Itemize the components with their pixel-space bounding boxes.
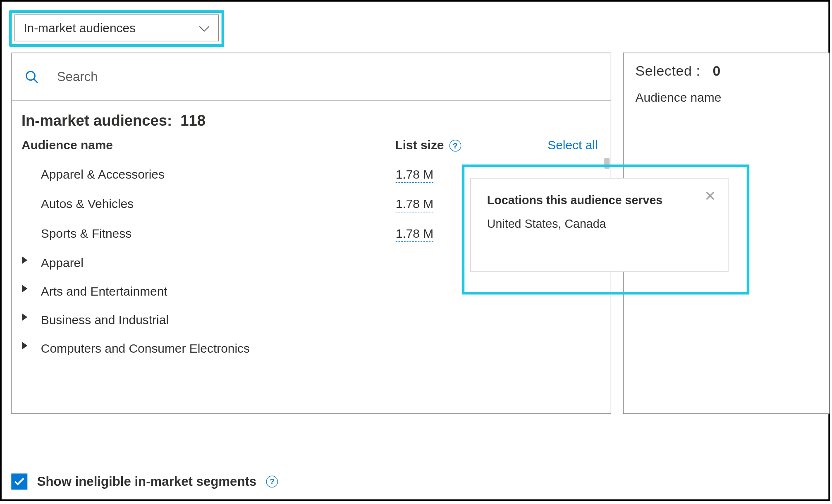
- select-all-link[interactable]: Select all: [547, 138, 598, 153]
- audience-row[interactable]: Arts and Entertainment: [22, 277, 601, 306]
- help-icon[interactable]: ?: [266, 476, 278, 488]
- column-header-size: List size ?: [395, 138, 470, 153]
- locations-tooltip: ✕ Locations this audience serves United …: [471, 178, 729, 272]
- audience-row[interactable]: Computers and Consumer Electronics: [22, 334, 601, 363]
- search-row: [12, 53, 611, 100]
- svg-point-0: [26, 71, 35, 80]
- audience-row[interactable]: Business and Industrial: [22, 306, 601, 334]
- tooltip-body: United States, Canada: [487, 217, 712, 231]
- list-title-prefix: In-market audiences:: [22, 112, 172, 129]
- tooltip-title: Locations this audience serves: [487, 193, 712, 208]
- selected-label: Selected :: [636, 63, 701, 79]
- column-header-name: Audience name: [22, 138, 395, 153]
- audience-type-selected: In-market audiences: [24, 21, 136, 35]
- expand-icon[interactable]: [22, 256, 41, 265]
- show-ineligible-label: Show ineligible in-market segments: [37, 474, 257, 489]
- scrollbar-thumb[interactable]: [604, 158, 610, 169]
- audience-name: Autos & Vehicles: [41, 197, 396, 211]
- expand-icon[interactable]: [22, 313, 41, 322]
- list-size-value[interactable]: 1.78 M: [396, 167, 433, 183]
- selected-count: 0: [713, 63, 721, 79]
- expand-icon[interactable]: [22, 342, 41, 350]
- audience-name: Apparel & Accessories: [41, 167, 396, 182]
- selected-column-header: Audience name: [636, 90, 830, 105]
- audience-type-dropdown[interactable]: In-market audiences: [14, 14, 219, 41]
- close-icon[interactable]: ✕: [704, 189, 716, 203]
- search-input[interactable]: [57, 69, 611, 84]
- audience-name: Computers and Consumer Electronics: [41, 342, 396, 356]
- audience-picker-panel: In-market audiences In-market audiences:…: [0, 0, 830, 501]
- chevron-down-icon: [199, 21, 210, 35]
- list-size-value[interactable]: 1.78 M: [396, 197, 433, 213]
- list-count-line: In-market audiences: 118: [22, 112, 598, 130]
- audience-name: Business and Industrial: [41, 313, 396, 327]
- audience-name: Arts and Entertainment: [41, 284, 396, 299]
- list-header: In-market audiences: 118 Audience name L…: [12, 100, 611, 156]
- search-icon: [25, 69, 39, 84]
- show-ineligible-checkbox[interactable]: [11, 473, 27, 490]
- svg-line-1: [34, 79, 38, 82]
- list-size-value[interactable]: 1.78 M: [396, 226, 433, 242]
- audience-name: Apparel: [41, 256, 396, 270]
- expand-icon[interactable]: [22, 284, 41, 293]
- audience-name: Sports & Fitness: [41, 226, 396, 241]
- list-count: 118: [180, 112, 206, 129]
- column-header-size-text: List size: [395, 138, 444, 153]
- footer-row: Show ineligible in-market segments ?: [11, 473, 278, 490]
- help-icon[interactable]: ?: [449, 139, 461, 151]
- selected-header: Selected : 0: [636, 63, 830, 79]
